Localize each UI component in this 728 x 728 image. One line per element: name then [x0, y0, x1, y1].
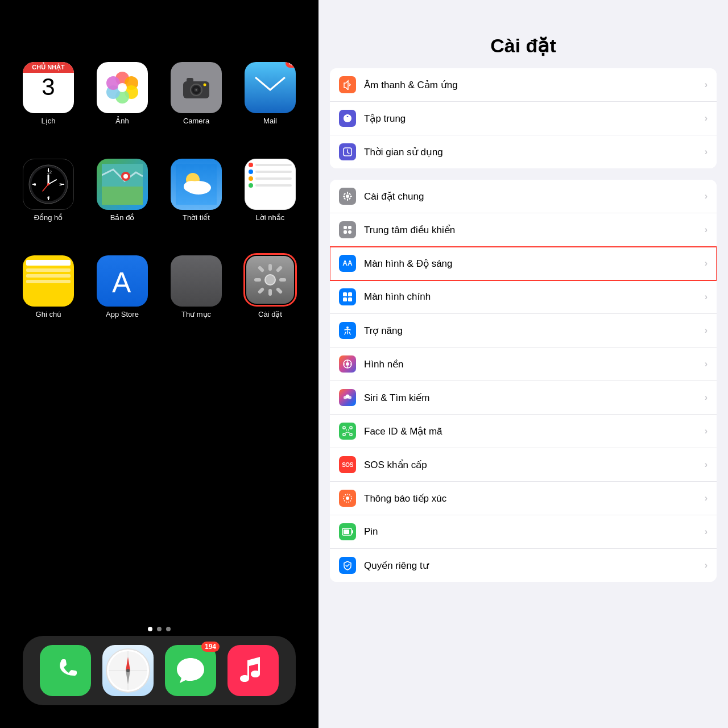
app-ghichu[interactable]: Ghi chú: [17, 228, 80, 318]
screentime-icon: [339, 143, 356, 160]
chevron-wallpaper: ›: [705, 359, 708, 369]
row-label-control: Trung tâm điều khiển: [364, 224, 705, 236]
app-thoitiet[interactable]: Thời tiết: [165, 131, 228, 222]
battery-icon: [339, 523, 356, 540]
svg-point-56: [346, 195, 349, 198]
svg-rect-40: [268, 289, 272, 296]
chevron-general: ›: [705, 191, 708, 201]
svg-rect-46: [276, 266, 283, 273]
sos-icon: SOS: [339, 456, 356, 473]
svg-rect-85: [343, 433, 345, 436]
app-thumuc[interactable]: Thư mục: [165, 228, 228, 318]
privacy-icon: [339, 557, 356, 574]
row-label-contactnotify: Thông báo tiếp xúc: [364, 493, 705, 504]
svg-point-88: [348, 429, 349, 431]
svg-rect-59: [343, 196, 345, 197]
phone-icon: [51, 656, 80, 685]
settings-row-focus[interactable]: Tập trung ›: [330, 102, 717, 135]
app-anh[interactable]: Ảnh: [91, 34, 154, 125]
settings-row-sound[interactable]: Âm thanh & Cảm ứng ›: [330, 68, 717, 102]
settings-row-contactnotify[interactable]: Thông báo tiếp xúc ›: [330, 482, 717, 515]
app-label-thumuc: Thư mục: [181, 310, 211, 318]
app-mail[interactable]: 41 Mail: [239, 34, 301, 125]
settings-row-battery[interactable]: Pin ›: [330, 515, 717, 549]
svg-rect-30: [102, 187, 143, 205]
svg-rect-57: [347, 192, 348, 194]
app-label-donghо: Đồng hồ: [34, 213, 63, 222]
settings-section-2: Cài đặt chung › Trung tâm điều khiển ›: [330, 180, 717, 582]
settings-row-sos[interactable]: SOS SOS khẩn cấp ›: [330, 448, 717, 482]
settings-gear-icon: [253, 263, 287, 297]
app-bando[interactable]: Bản đồ: [91, 131, 154, 222]
settings-row-faceid[interactable]: Face ID & Mật mã ›: [330, 415, 717, 448]
row-label-screentime: Thời gian sử dụng: [364, 146, 705, 158]
svg-point-24: [47, 183, 49, 185]
app-label-mail: Mail: [263, 117, 277, 125]
dock-phone[interactable]: [40, 645, 91, 696]
app-grid: CHỦ NHẬT 3 Lịch Ảnh: [0, 0, 318, 330]
app-label-caidat: Cài đặt: [258, 310, 282, 318]
row-label-sound: Âm thanh & Cảm ứng: [364, 79, 705, 91]
svg-rect-92: [352, 530, 353, 533]
clock-icon: 12 3 6 9: [28, 164, 69, 205]
app-label-camera: Camera: [183, 117, 209, 125]
app-lich[interactable]: CHỦ NHẬT 3 Lịch: [17, 34, 80, 125]
settings-row-siri[interactable]: Siri & Tìm kiếm ›: [330, 381, 717, 415]
svg-rect-64: [349, 193, 351, 195]
app-donghо[interactable]: 12 3 6 9 Đồng hồ: [17, 131, 80, 222]
dock-music[interactable]: [228, 645, 279, 696]
chevron-focus: ›: [705, 113, 708, 123]
svg-rect-69: [343, 292, 347, 296]
settings-row-display[interactable]: AA Màn hình & Độ sáng ›: [330, 247, 717, 280]
svg-point-36: [184, 181, 200, 192]
settings-row-home[interactable]: Màn hình chính ›: [330, 280, 717, 314]
svg-point-68: [348, 230, 351, 234]
dock: 194: [23, 636, 296, 705]
settings-row-privacy[interactable]: Quyền riêng tư ›: [330, 549, 717, 582]
settings-title: Cài đặt: [330, 34, 717, 57]
svg-point-87: [346, 429, 347, 431]
settings-row-screentime[interactable]: Thời gian sử dụng ›: [330, 135, 717, 168]
svg-rect-42: [279, 278, 286, 282]
calendar-date: 3: [42, 75, 55, 99]
app-label-appstore: App Store: [106, 310, 139, 318]
photos-icon: [102, 67, 143, 108]
accessibility-icon: [339, 322, 356, 339]
app-camera[interactable]: Camera: [165, 34, 228, 125]
svg-point-47: [266, 275, 275, 284]
messages-icon: [175, 656, 206, 685]
app-loinhac[interactable]: Lời nhắc: [239, 131, 301, 222]
svg-point-11: [196, 89, 197, 91]
row-label-accessibility: Trợ năng: [364, 325, 705, 337]
app-label-ghichu: Ghi chú: [36, 310, 61, 318]
row-label-sos: SOS khẩn cấp: [364, 459, 705, 471]
dock-messages[interactable]: 194: [165, 645, 216, 696]
app-caidat[interactable]: Cài đặt: [239, 228, 301, 318]
chevron-siri: ›: [705, 392, 708, 403]
settings-row-control[interactable]: Trung tâm điều khiển ›: [330, 213, 717, 247]
chevron-battery: ›: [705, 527, 708, 537]
app-label-bando: Bản đồ: [110, 213, 135, 222]
svg-point-73: [346, 326, 349, 329]
settings-row-general[interactable]: Cài đặt chung ›: [330, 180, 717, 213]
settings-row-accessibility[interactable]: Trợ năng ›: [330, 314, 717, 348]
chevron-home: ›: [705, 292, 708, 302]
dock-safari[interactable]: [102, 645, 154, 696]
maps-icon: [102, 164, 143, 205]
app-label-thoitiet: Thời tiết: [183, 213, 210, 222]
svg-point-90: [346, 497, 349, 500]
app-appstore[interactable]: A App Store: [91, 228, 154, 318]
svg-point-54: [126, 669, 130, 672]
row-label-faceid: Face ID & Mật mã: [364, 425, 705, 437]
svg-rect-65: [344, 226, 347, 229]
svg-rect-62: [349, 197, 351, 200]
dot-2: [157, 627, 162, 631]
svg-rect-70: [348, 292, 352, 296]
chevron-accessibility: ›: [705, 325, 708, 336]
svg-rect-60: [350, 196, 352, 197]
safari-icon: [105, 648, 151, 693]
chevron-contactnotify: ›: [705, 493, 708, 503]
settings-row-wallpaper[interactable]: Hình nền ›: [330, 348, 717, 381]
svg-point-75: [346, 362, 349, 366]
svg-rect-12: [187, 78, 193, 82]
